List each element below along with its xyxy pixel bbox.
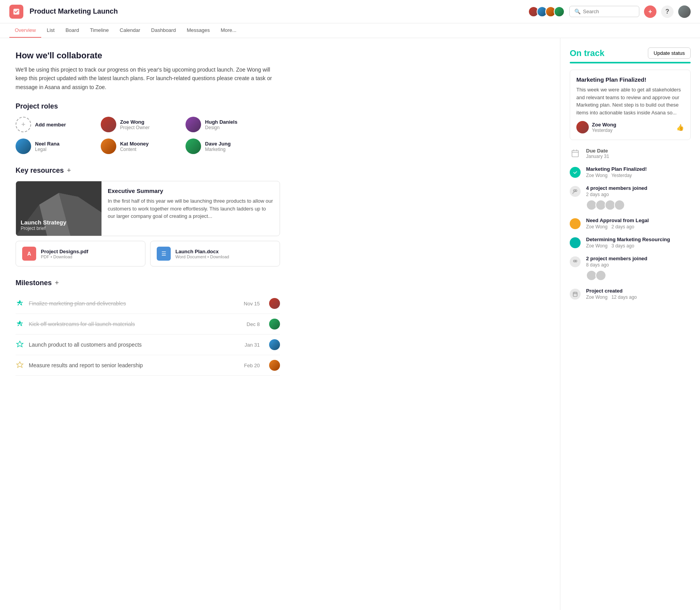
update-status-button[interactable]: Update status xyxy=(648,47,691,59)
milestone-avatar xyxy=(269,319,280,330)
tab-more[interactable]: More... xyxy=(215,23,242,38)
tab-timeline[interactable]: Timeline xyxy=(84,23,114,38)
resource-card-main[interactable]: Launch Strategy Project brief Executive … xyxy=(16,181,280,236)
resource-title: Executive Summary xyxy=(108,188,273,194)
add-member-item[interactable]: + Add member xyxy=(16,117,94,132)
milestone-date: Feb 20 xyxy=(244,363,260,368)
resource-description: In the first half of this year we will b… xyxy=(108,197,273,220)
tab-calendar[interactable]: Calendar xyxy=(114,23,146,38)
role-name: Kat Mooney xyxy=(120,141,149,147)
role-hugh[interactable]: Hugh Daniels Design xyxy=(186,117,264,132)
timeline-sub: Zoe Wong Yesterday xyxy=(586,173,647,178)
tab-list[interactable]: List xyxy=(41,23,60,38)
milestone-date: Jan 31 xyxy=(245,342,260,348)
resource-content: Executive Summary In the first half of t… xyxy=(102,181,280,236)
file-doc[interactable]: ☰ Launch Plan.docx Word Document • Downl… xyxy=(150,241,280,266)
svg-rect-14 xyxy=(573,292,577,296)
due-date-value: January 31 xyxy=(586,154,609,159)
role-neel[interactable]: Neel Rana Legal xyxy=(16,138,94,154)
tab-board[interactable]: Board xyxy=(60,23,84,38)
avatar-kat xyxy=(101,138,116,154)
role-name: Neel Rana xyxy=(35,141,60,147)
status-author: Zoe Wong Yesterday xyxy=(576,121,616,133)
avatar-hugh xyxy=(186,117,201,132)
timeline-item-4: 2 project members joined 8 days ago xyxy=(570,256,691,281)
role-label: Marketing xyxy=(205,147,231,152)
role-zoe[interactable]: Zoe Wong Project Owner xyxy=(101,117,180,132)
milestones-title: Milestones xyxy=(16,279,52,287)
add-resource-button[interactable]: + xyxy=(67,167,71,175)
avatar xyxy=(554,6,565,17)
milestone-name: Finalize marketing plan and deliverables xyxy=(29,300,239,307)
timeline-sub: 2 days ago xyxy=(586,192,648,197)
nav-tabs: Overview List Board Timeline Calendar Da… xyxy=(0,23,700,38)
tab-overview[interactable]: Overview xyxy=(9,23,41,38)
search-input[interactable] xyxy=(583,9,634,14)
role-label: Legal xyxy=(35,147,60,152)
milestone-1[interactable]: Finalize marketing plan and deliverables… xyxy=(16,293,280,314)
status-author-name: Zoe Wong xyxy=(592,122,616,128)
avatar xyxy=(614,200,625,210)
timeline-sub: Zoe Wong 3 days ago xyxy=(586,243,670,249)
resource-img-sub: Project brief xyxy=(21,226,97,231)
timeline-item-0: Marketing Plan Finalized! Zoe Wong Yeste… xyxy=(570,166,691,178)
project-title: Product Marketing Launch xyxy=(30,7,118,16)
search-icon: 🔍 xyxy=(574,9,581,14)
add-member-icon: + xyxy=(16,117,31,132)
resource-files: A Project Designs.pdf PDF • Download ☰ L… xyxy=(16,241,280,266)
roles-grid: + Add member Zoe Wong Project Owner Hugh… xyxy=(16,117,264,154)
timeline-dot-created xyxy=(570,289,581,300)
milestone-avatar xyxy=(269,298,280,309)
timeline-avatars xyxy=(586,200,648,210)
avatar-dave xyxy=(186,138,201,154)
file-name-pdf: Project Designs.pdf xyxy=(41,249,88,254)
role-dave[interactable]: Dave Jung Marketing xyxy=(186,138,264,154)
main-layout: How we'll collaborate We'll be using thi… xyxy=(0,38,700,610)
add-member-label: Add member xyxy=(35,122,66,128)
avatar-zoe xyxy=(101,117,116,132)
resource-image: Launch Strategy Project brief xyxy=(16,181,102,236)
role-kat[interactable]: Kat Mooney Content xyxy=(101,138,180,154)
key-resources-header: Key resources + xyxy=(16,167,544,175)
header-right: 🔍 + ? xyxy=(528,5,691,18)
due-date-item: Due Date January 31 xyxy=(570,148,691,159)
right-panel: On track Update status Marketing Plan Fi… xyxy=(560,38,700,610)
role-name: Dave Jung xyxy=(205,141,231,147)
milestone-3[interactable]: Launch product to all customers and pros… xyxy=(16,335,280,355)
timeline-item-2: Need Approval from Legal Zoe Wong 2 days… xyxy=(570,217,691,230)
key-resources-title: Key resources xyxy=(16,167,64,175)
add-button[interactable]: + xyxy=(644,5,656,18)
status-card-description: This week we were able to get all stakeh… xyxy=(576,86,684,116)
status-title: On track xyxy=(570,48,604,58)
milestone-date: Dec 8 xyxy=(247,321,260,327)
file-pdf[interactable]: A Project Designs.pdf PDF • Download xyxy=(16,241,145,266)
role-name: Hugh Daniels xyxy=(205,119,237,125)
like-button[interactable]: 👍 xyxy=(676,124,684,131)
timeline-sub: Zoe Wong 2 days ago xyxy=(586,224,649,230)
timeline-dot-members xyxy=(570,186,581,197)
milestone-4[interactable]: Measure results and report to senior lea… xyxy=(16,355,280,376)
avatar-neel xyxy=(16,138,31,154)
role-label: Design xyxy=(205,125,237,130)
file-meta-doc: Word Document • Download xyxy=(175,254,229,259)
timeline-title: Project created xyxy=(586,288,637,294)
milestone-name: Kick off workstreams for all launch mate… xyxy=(29,321,242,327)
help-button[interactable]: ? xyxy=(661,5,674,18)
svg-point-11 xyxy=(574,241,577,244)
timeline-item-1: 4 project members joined 2 days ago xyxy=(570,185,691,210)
status-header: On track Update status xyxy=(570,47,691,59)
avatar xyxy=(595,270,606,281)
add-milestone-button[interactable]: + xyxy=(55,279,59,287)
milestone-2[interactable]: Kick off workstreams for all launch mate… xyxy=(16,314,280,335)
timeline-dot-teal xyxy=(570,237,581,248)
timeline-item-5: Project created Zoe Wong 12 days ago xyxy=(570,288,691,300)
status-bar xyxy=(570,62,691,63)
timeline-sub: 8 days ago xyxy=(586,262,648,268)
search-box[interactable]: 🔍 xyxy=(569,6,639,17)
due-date-icon xyxy=(570,148,581,159)
tab-messages[interactable]: Messages xyxy=(181,23,215,38)
timeline-title: 4 project members joined xyxy=(586,185,648,191)
tab-dashboard[interactable]: Dashboard xyxy=(146,23,182,38)
timeline-dot-members2 xyxy=(570,256,581,267)
user-avatar[interactable] xyxy=(678,5,691,18)
